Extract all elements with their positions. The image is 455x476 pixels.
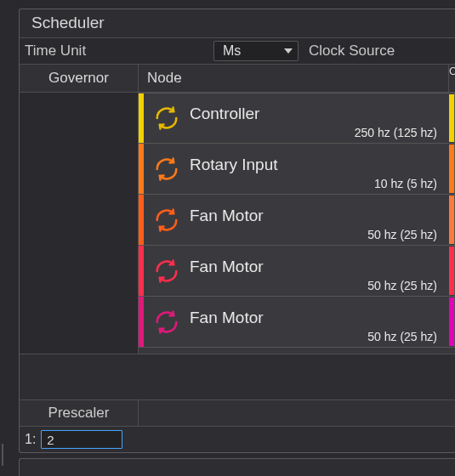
- governor-column: Governor: [20, 65, 139, 354]
- node-header: Node C: [139, 65, 455, 93]
- cut-column-header: C: [448, 65, 455, 92]
- node-row[interactable]: Controller 250 hz (125 hz): [139, 93, 455, 144]
- prescaler-index-label: 1:: [25, 432, 36, 447]
- refresh-icon: [144, 144, 190, 194]
- node-frequency: 50 hz (25 hz): [367, 279, 437, 292]
- node-frequency: 10 hz (5 hz): [374, 177, 437, 190]
- prescaler-label: Prescaler: [20, 400, 139, 426]
- refresh-icon: [144, 195, 190, 245]
- node-header-label: Node: [147, 70, 182, 86]
- chevron-down-icon: [284, 48, 293, 54]
- editor-left-gutter: [0, 0, 19, 476]
- node-side-marker: [449, 298, 454, 346]
- refresh-icon: [144, 94, 190, 143]
- time-unit-value: Ms: [223, 43, 241, 59]
- governor-header: Governor: [20, 65, 138, 93]
- scheduler-panel: Scheduler Time Unit Ms Clock Source Gove…: [19, 8, 455, 453]
- time-unit-dropdown[interactable]: Ms: [213, 41, 299, 61]
- clock-source-label: Clock Source: [299, 42, 395, 60]
- node-side-marker: [449, 196, 454, 244]
- node-side-marker: [449, 144, 454, 193]
- settings-row: Time Unit Ms Clock Source: [20, 37, 455, 65]
- refresh-icon: [144, 297, 190, 347]
- node-row[interactable]: Fan Motor 50 hz (25 hz): [139, 195, 455, 246]
- node-frequency: 50 hz (25 hz): [367, 330, 437, 343]
- prescaler-input[interactable]: [41, 430, 122, 449]
- bottom-panel: [19, 458, 455, 476]
- prescaler-row: 1:: [20, 427, 455, 452]
- prescaler-header-row: Prescaler: [20, 400, 455, 427]
- node-column: Node C Controller 250 hz (125 hz) Rotary…: [139, 65, 455, 354]
- node-frequency: 250 hz (125 hz): [355, 126, 437, 139]
- node-list: Controller 250 hz (125 hz) Rotary Input …: [139, 93, 455, 354]
- node-frequency: 50 hz (25 hz): [367, 228, 437, 241]
- node-row[interactable]: Fan Motor 50 hz (25 hz): [139, 297, 455, 348]
- refresh-icon: [144, 246, 190, 296]
- node-side-marker: [449, 94, 454, 142]
- panel-title: Scheduler: [20, 9, 455, 37]
- spacer: [20, 354, 455, 400]
- node-row[interactable]: Fan Motor 50 hz (25 hz): [139, 246, 455, 297]
- node-side-marker: [449, 246, 454, 295]
- node-row[interactable]: Rotary Input 10 hz (5 hz): [139, 144, 455, 195]
- time-unit-label: Time Unit: [20, 42, 213, 60]
